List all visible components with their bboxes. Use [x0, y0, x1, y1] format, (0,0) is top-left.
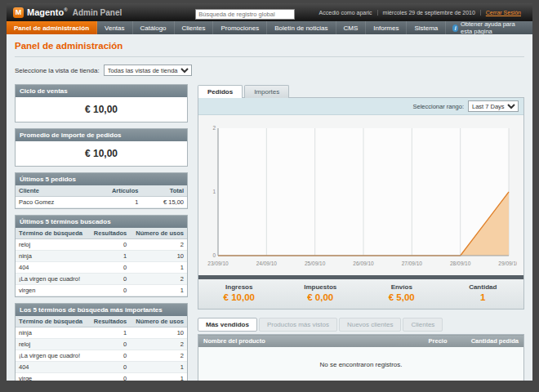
col-results: Resultados — [89, 316, 131, 327]
average-orders-box: Promedio de importe de pedidos € 10,00 — [15, 128, 188, 167]
nav-item-promotions[interactable]: Promociones — [213, 21, 267, 34]
table-row: virgen 0 1 — [16, 285, 187, 296]
cell-results: 0 — [89, 373, 131, 381]
table-row: 404 0 1 — [16, 262, 187, 274]
empty-row: No se encontraron registros. — [198, 347, 524, 381]
nav-item-cms[interactable]: CMS — [336, 21, 367, 34]
cell-results: 0 — [89, 350, 131, 362]
cell-uses: 1 — [130, 285, 187, 296]
table-row: reloj 0 2 — [16, 239, 187, 251]
total-revenue: Ingresos € 10,00 — [198, 283, 280, 302]
cell-term: virgen — [16, 285, 89, 296]
tab-bestsellers[interactable]: Más vendidos — [198, 318, 257, 332]
top-search-terms-title: Los 5 términos de búsqueda más important… — [16, 304, 187, 316]
total-quantity-label: Cantidad — [443, 283, 524, 291]
cell-uses: 1 — [130, 362, 187, 373]
cell-term: ¡La virgen que cuadro! — [16, 274, 89, 285]
cell-total: € 15,00 — [141, 197, 187, 208]
last-search-terms-title: Últimos 5 términos buscados — [16, 216, 187, 228]
last-search-terms-table: Término de búsqueda Resultados Número de… — [16, 228, 187, 296]
total-tax-value: € 0,00 — [280, 292, 362, 302]
svg-text:25/09/10: 25/09/10 — [305, 261, 326, 266]
total-tax-label: Impuestos — [280, 283, 362, 291]
tab-orders[interactable]: Pedidos — [198, 85, 243, 98]
top-search-terms-box: Los 5 términos de búsqueda más important… — [15, 303, 188, 381]
col-uses: Número de usos — [130, 316, 187, 327]
cell-customer: Paco Gomez — [16, 197, 86, 208]
logged-in-as: Accedió como aparic — [314, 10, 377, 16]
range-selector-strip: Seleccionar rango: Last 7 Days — [198, 98, 523, 115]
col-uses: Número de usos — [130, 228, 187, 239]
nav-item-system[interactable]: Sistema — [407, 21, 446, 34]
svg-text:27/09/10: 27/09/10 — [402, 261, 423, 266]
nav-item-customers[interactable]: Clientes — [175, 21, 214, 34]
cell-uses: 1 — [130, 373, 187, 381]
cell-uses: 2 — [130, 239, 187, 251]
average-orders-value: € 10,00 — [16, 141, 187, 166]
nav-item-dashboard[interactable]: Panel de administración — [7, 21, 97, 34]
cell-term: 404 — [16, 262, 89, 274]
table-header-row: Cliente Artículos Total — [16, 185, 187, 197]
last-orders-box: Últimos 5 pedidos Cliente Artículos Tota… — [15, 172, 188, 209]
col-results: Resultados — [89, 228, 131, 239]
global-search-input[interactable] — [195, 9, 295, 20]
brand: M Magento® Admin Panel — [13, 7, 122, 18]
tab-most-viewed[interactable]: Productos más vistos — [259, 318, 337, 332]
tab-new-customers[interactable]: Nuevos clientes — [339, 318, 401, 332]
logout-link[interactable]: Cerrar Sesión — [480, 10, 526, 16]
total-shipping-value: € 5,00 — [361, 292, 443, 302]
help-icon: i — [452, 24, 458, 32]
nav-item-newsletter[interactable]: Boletín de noticias — [267, 21, 336, 34]
page-help-label: Obtener ayuda para esta página — [461, 20, 526, 35]
col-price: Precio — [395, 335, 452, 348]
nav-item-sales[interactable]: Ventas — [97, 21, 132, 34]
store-view-select[interactable]: Todas las vistas de tienda — [104, 65, 192, 76]
cell-term: ninja — [16, 327, 89, 339]
table-row: ¡La virgen que cuadro! 0 2 — [16, 350, 187, 362]
lifetime-sales-value: € 10,00 — [16, 97, 187, 122]
cell-term: ¡La virgen que cuadro! — [16, 350, 89, 362]
range-select[interactable]: Last 7 Days — [468, 100, 519, 112]
store-view-switcher: Seleccione la vista de tienda: Todas las… — [15, 65, 524, 76]
products-grid-section: Más vendidos Productos más vistos Nuevos… — [198, 318, 524, 381]
chart-tabs: Pedidos Importes — [198, 84, 524, 98]
total-tax: Impuestos € 0,00 — [280, 283, 362, 302]
orders-chart: 01223/09/1024/09/1025/09/1026/09/1027/09… — [198, 115, 523, 275]
table-row: 404 0 1 — [16, 362, 187, 373]
cell-results: 0 — [89, 362, 131, 373]
chart-panel: Seleccionar rango: Last 7 Days 01223/09/… — [198, 98, 524, 310]
tab-amounts[interactable]: Importes — [244, 85, 289, 98]
nav-item-reports[interactable]: Informes — [366, 21, 407, 34]
svg-text:26/09/10: 26/09/10 — [353, 261, 374, 266]
lifetime-sales-box: Ciclo de ventas € 10,00 — [15, 84, 188, 122]
svg-text:1: 1 — [212, 189, 216, 194]
tab-customers[interactable]: Clientes — [403, 318, 443, 332]
cell-uses: 2 — [130, 339, 187, 350]
nav-item-catalog[interactable]: Catálogo — [133, 21, 175, 34]
col-product-name: Nombre del producto — [198, 335, 395, 348]
bestsellers-table: Nombre del producto Precio Cantidad pedi… — [198, 334, 524, 381]
title-divider — [15, 56, 524, 57]
cell-results: 0 — [89, 285, 131, 296]
brand-name: Magento® — [27, 7, 68, 17]
grid-tabs: Más vendidos Productos más vistos Nuevos… — [198, 318, 524, 332]
current-date: miércoles 29 de septiembre de 2010 — [377, 10, 480, 16]
table-row: Paco Gomez 1 € 15,00 — [16, 197, 187, 208]
last-search-terms-box: Últimos 5 términos buscados Término de b… — [15, 215, 188, 297]
top-search-terms-table: Término de búsqueda Resultados Número de… — [16, 316, 187, 381]
page-help-link[interactable]: i Obtener ayuda para esta página — [446, 21, 532, 34]
trademark-mark: ® — [64, 7, 67, 12]
total-shipping-label: Envíos — [361, 283, 443, 291]
content-area: Panel de administración Seleccione la vi… — [7, 34, 532, 381]
no-records-message: No se encontraron registros. — [198, 347, 524, 381]
brand-suffix: Admin Panel — [73, 8, 122, 17]
col-items: Artículos — [86, 185, 141, 197]
magento-logo-icon: M — [13, 7, 24, 18]
last-orders-table: Cliente Artículos Total Paco Gomez 1 € 1… — [16, 185, 187, 208]
svg-text:2: 2 — [212, 125, 216, 131]
svg-text:0: 0 — [212, 252, 216, 258]
cell-results: 1 — [89, 327, 131, 339]
range-label: Seleccionar rango: — [412, 103, 464, 110]
cell-items: 1 — [86, 197, 141, 208]
svg-text:23/09/10: 23/09/10 — [207, 261, 229, 266]
